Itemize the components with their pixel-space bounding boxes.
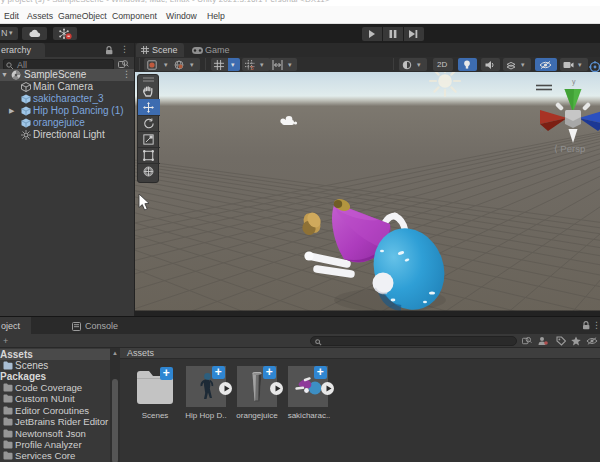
svg-text:⟨ Persp: ⟨ Persp xyxy=(554,143,585,154)
svg-text:y: y xyxy=(572,78,576,86)
svg-text:x: x xyxy=(540,126,544,133)
svg-text:5: 5 xyxy=(250,65,254,70)
